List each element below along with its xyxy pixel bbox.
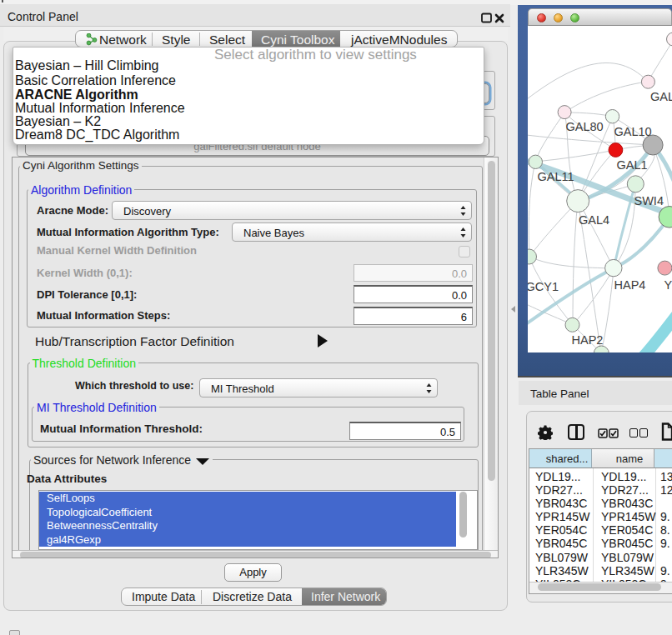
svg-text:GAL80: GAL80 [566, 120, 604, 133]
svg-text:GAL10: GAL10 [614, 125, 652, 138]
svg-text:GAL: GAL [650, 90, 672, 103]
svg-text:SWI4: SWI4 [634, 194, 664, 208]
svg-text:GAL4: GAL4 [579, 213, 609, 227]
svg-text:HAP4: HAP4 [614, 278, 646, 292]
svg-text:GCY1: GCY1 [528, 280, 559, 293]
svg-text:GAL1: GAL1 [617, 158, 648, 172]
svg-text:Y: Y [664, 278, 672, 292]
svg-text:GAL11: GAL11 [538, 170, 574, 183]
svg-text:HAP2: HAP2 [572, 333, 604, 347]
